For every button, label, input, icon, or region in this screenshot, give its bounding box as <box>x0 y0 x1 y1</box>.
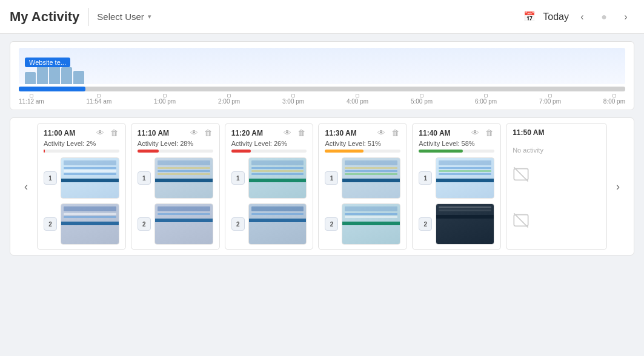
activity-cards-wrapper: ‹ 11:00 AM 👁 🗑 Activity Level: 2% <box>10 117 634 255</box>
monitor-number: 2 <box>138 217 151 231</box>
view-screenshot-button[interactable]: 👁 <box>95 128 105 137</box>
tick-label: 4:00 pm <box>347 98 368 105</box>
screenshot-row-2: 2 <box>44 203 119 245</box>
screenshot-row-1: 1 <box>138 157 213 199</box>
no-screenshot-icon <box>513 200 529 241</box>
view-screenshot-button[interactable]: 👁 <box>282 128 293 137</box>
timeline-container: Website te... 11:12 am 11:54 am 1:00 pm … <box>10 41 634 110</box>
monitor-number: 2 <box>231 217 245 231</box>
card-header: 11:00 AM 👁 🗑 <box>38 124 125 140</box>
delete-screenshot-button[interactable]: 🗑 <box>296 128 307 137</box>
screenshot-thumb[interactable] <box>436 203 494 245</box>
cards-inner: 11:00 AM 👁 🗑 Activity Level: 2% 1 <box>37 123 607 250</box>
prev-day-button[interactable]: ‹ <box>574 8 591 25</box>
no-activity-card: 11:50 AM No activity <box>506 123 607 250</box>
timeline-track <box>19 87 625 91</box>
screenshot-row-2: 2 <box>231 203 307 245</box>
tick-label: 6:00 pm <box>475 98 497 105</box>
chart-bar <box>73 71 84 84</box>
screenshot-row-2 <box>513 200 600 241</box>
screenshot-thumb[interactable] <box>342 203 400 245</box>
view-screenshot-button[interactable]: 👁 <box>470 128 480 137</box>
screenshot-thumb[interactable] <box>248 157 307 199</box>
card-time: 11:30 AM <box>325 129 373 137</box>
cards-next-button[interactable]: › <box>607 180 629 193</box>
delete-screenshot-button[interactable]: 🗑 <box>390 128 400 137</box>
tick-marker <box>612 94 616 97</box>
card-body: Activity Level: 28% 1 <box>131 140 219 249</box>
axis-tick: 1:00 pm <box>154 94 176 105</box>
timeline-tooltip: Website te... <box>25 58 70 67</box>
select-user-button[interactable]: Select User ▾ <box>97 12 151 22</box>
view-screenshot-button[interactable]: 👁 <box>189 128 199 137</box>
axis-tick: 8:00 pm <box>603 94 625 105</box>
card-body: Activity Level: 2% 1 <box>38 140 125 249</box>
page-title: My Activity <box>10 9 79 25</box>
card-header: 11:20 AM 👁 🗑 <box>225 124 313 140</box>
monitor-number: 2 <box>325 217 338 231</box>
activity-bar-bg <box>44 150 119 153</box>
screenshot-row-1 <box>513 154 600 195</box>
view-screenshot-button[interactable]: 👁 <box>376 128 387 137</box>
activity-bar-bg <box>138 150 213 153</box>
screenshot-thumb[interactable] <box>436 157 494 199</box>
cards-scroll: 11:00 AM 👁 🗑 Activity Level: 2% 1 <box>37 123 607 250</box>
card-time: 11:00 AM <box>44 129 91 137</box>
select-user-label: Select User <box>97 12 144 22</box>
activity-bar-bg <box>419 150 494 153</box>
tick-label: 11:12 am <box>19 98 44 105</box>
activity-card-1110: 11:10 AM 👁 🗑 Activity Level: 28% <box>131 123 220 250</box>
screenshot-thumb[interactable] <box>154 157 213 199</box>
delete-screenshot-button[interactable]: 🗑 <box>109 128 119 137</box>
activity-bar-fill <box>419 150 462 153</box>
calendar-icon: 📅 <box>523 11 536 22</box>
screenshot-thumb[interactable] <box>154 203 213 245</box>
timeline-highlight <box>19 87 85 91</box>
activity-level-label: Activity Level: 28% <box>138 140 213 147</box>
screenshot-thumb[interactable] <box>342 157 400 199</box>
no-activity-time: 11:50 AM <box>513 128 600 137</box>
header-right: 📅 Today ‹ ● › <box>523 8 634 25</box>
no-activity-label: No activity <box>513 147 600 154</box>
monitor-number: 1 <box>44 171 57 185</box>
screenshots-section: 1 2 <box>231 157 307 245</box>
card-body: Activity Level: 58% 1 <box>413 140 500 249</box>
screenshots-section: 1 2 <box>44 157 119 245</box>
chevron-down-icon: ▾ <box>148 13 151 21</box>
cards-prev-button[interactable]: ‹ <box>15 180 37 193</box>
monitor-number: 2 <box>419 217 432 231</box>
tick-marker <box>291 94 295 97</box>
card-header: 11:30 AM 👁 🗑 <box>319 124 407 140</box>
screenshots-section: 1 2 <box>419 157 494 245</box>
screenshots-section: 1 2 <box>138 157 213 245</box>
card-header: 11:10 AM 👁 🗑 <box>131 124 219 140</box>
timeline-axis: 11:12 am 11:54 am 1:00 pm 2:00 pm 3:00 p… <box>19 93 625 106</box>
delete-screenshot-button[interactable]: 🗑 <box>484 128 494 137</box>
screenshot-thumb[interactable] <box>61 157 119 199</box>
activity-bar-fill <box>231 150 251 153</box>
activity-card-1100: 11:00 AM 👁 🗑 Activity Level: 2% 1 <box>37 123 126 250</box>
card-time: 11:20 AM <box>231 129 279 137</box>
card-body: Activity Level: 26% 1 <box>225 140 313 249</box>
screenshot-thumb[interactable] <box>248 203 307 245</box>
axis-tick: 2:00 pm <box>218 94 240 105</box>
screenshot-row-2: 2 <box>325 203 400 245</box>
tick-marker <box>30 94 33 97</box>
axis-tick: 5:00 pm <box>411 94 433 105</box>
today-label: Today <box>543 12 569 22</box>
next-day-button[interactable]: › <box>617 8 634 25</box>
tick-label: 5:00 pm <box>411 98 433 105</box>
timeline-chart: Website te... <box>19 48 625 84</box>
chart-bar <box>25 72 36 84</box>
screenshot-thumb[interactable] <box>61 203 119 245</box>
svg-line-1 <box>514 167 528 181</box>
activity-level-label: Activity Level: 26% <box>231 140 307 147</box>
tick-marker <box>227 94 231 97</box>
tick-marker <box>420 94 423 97</box>
activity-level-label: Activity Level: 51% <box>325 140 400 147</box>
today-dot-button[interactable]: ● <box>596 8 612 25</box>
monitor-number: 1 <box>419 171 432 185</box>
screenshots-section <box>513 154 600 241</box>
delete-screenshot-button[interactable]: 🗑 <box>203 128 213 137</box>
screenshot-row-2: 2 <box>138 203 213 245</box>
